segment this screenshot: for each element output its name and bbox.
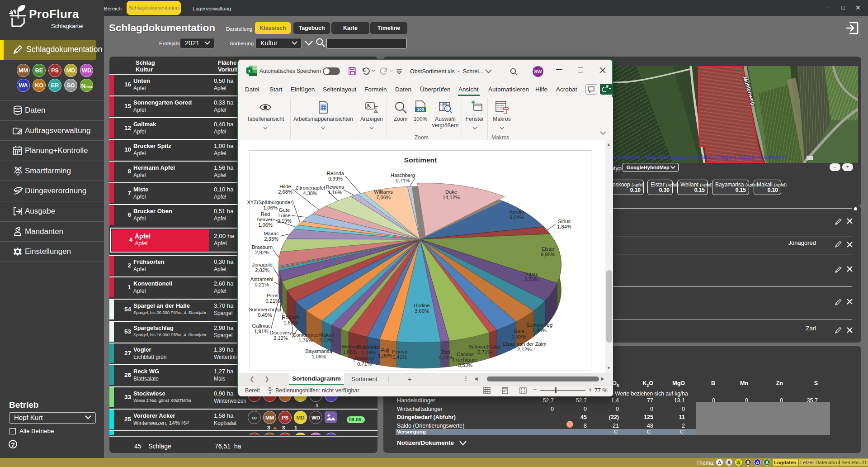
svg-text:Mairac2,33%: Mairac2,33%: [264, 231, 279, 242]
svg-text:Undine3,60%: Undine3,60%: [414, 303, 429, 314]
svg-text:Rewena1,16%: Rewena1,16%: [326, 184, 344, 195]
svg-text:Bayamarisa1,06%: Bayamarisa1,06%: [305, 348, 332, 359]
svg-text:Braeburn2,82%: Braeburn2,82%: [252, 244, 273, 255]
svg-text:Hilde2,68%: Hilde2,68%: [278, 184, 292, 195]
svg-text:Gallmac1,91%: Gallmac1,91%: [252, 323, 270, 334]
svg-text:Sirius1,84%: Sirius1,84%: [557, 219, 571, 229]
svg-text:Haschberg0,71%: Haschberg0,71%: [391, 172, 415, 183]
svg-text:Boskoop0,71%: Boskoop0,71%: [354, 356, 374, 367]
svg-text:Wellant1,06%: Wellant1,06%: [341, 344, 359, 355]
svg-text:Kordia9,04%: Kordia9,04%: [509, 209, 524, 220]
svg-text:Gala2,33%: Gala2,33%: [512, 329, 526, 339]
svg-text:GuteLuise2,19%: GuteLuise2,19%: [277, 207, 292, 224]
svg-text:Pinova1,41%: Pinova1,41%: [392, 349, 408, 360]
svg-text:Summerchrisp0,49%: Summerchrisp0,49%: [249, 307, 281, 318]
svg-text:Piros0,21%: Piros0,21%: [265, 293, 280, 304]
svg-text:Topaz3,25%: Topaz3,25%: [524, 271, 538, 282]
svg-text:Discovery2,12%: Discovery2,12%: [269, 330, 292, 341]
svg-text:Jonagold2,82%: Jonagold2,82%: [252, 262, 272, 273]
svg-text:Redheaven1,06%: Redheaven1,06%: [257, 211, 274, 228]
svg-text:Elstar9,95%: Elstar9,95%: [541, 246, 555, 257]
svg-text:Astramehl0,21%: Astramehl0,21%: [250, 276, 273, 287]
svg-text:Makali2,12%: Makali2,12%: [319, 332, 334, 343]
svg-text:Robada1,69%: Robada1,69%: [282, 315, 300, 325]
svg-text:Relinda0,99%: Relinda0,99%: [327, 171, 344, 181]
svg-text:Zitronenapfel4,38%: Zitronenapfel4,38%: [295, 185, 325, 196]
svg-text:Williams7,06%: Williams7,06%: [374, 189, 393, 200]
